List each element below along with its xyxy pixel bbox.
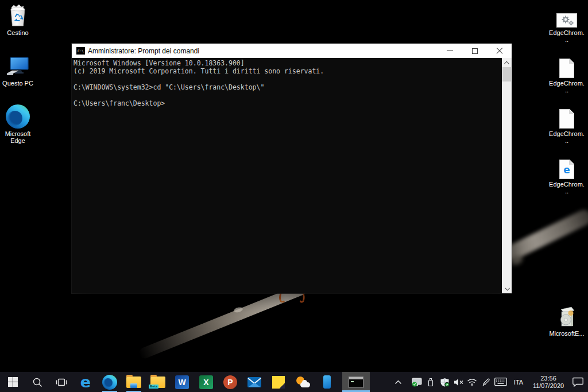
taskbar: e Beta W X P <box>0 372 588 392</box>
desktop-icon-label: Questo PC <box>0 80 36 87</box>
taskbar-your-phone[interactable] <box>315 372 339 392</box>
tray-time: 23:56 <box>528 375 568 382</box>
desktop-icon-microsoft-edge[interactable]: Microsoft Edge <box>0 103 36 144</box>
document-icon <box>549 103 585 129</box>
show-hidden-icons-button[interactable] <box>390 372 405 392</box>
edge-letter: e <box>560 164 574 176</box>
taskbar-beta-folder[interactable]: Beta <box>146 372 170 392</box>
desktop-icon-label: Cestino <box>0 29 36 36</box>
folder-icon: Beta <box>150 377 165 388</box>
task-view-button[interactable] <box>49 372 74 392</box>
console-line: C:\WINDOWS\system32>cd "C:\Users\franc\D… <box>74 83 500 91</box>
desktop: Cestino Questo PC Microsoft Edge <box>0 0 588 392</box>
console-line <box>74 75 500 83</box>
tray-windows-ink[interactable] <box>479 372 493 392</box>
installer-package-icon <box>549 303 585 328</box>
desktop-icon-label: MicrosoftE... <box>549 330 585 337</box>
windows-logo-icon <box>8 377 18 387</box>
taskbar-word[interactable]: W <box>170 372 194 392</box>
chevron-down-icon <box>505 286 509 290</box>
edge-html-file-icon: e <box>549 154 585 179</box>
desktop-icon-edgechrom-doc2[interactable]: EdgeChrom... <box>549 103 585 144</box>
settings-file-icon <box>549 2 585 28</box>
tray-windows-security[interactable] <box>438 372 451 392</box>
tray-language-indicator[interactable]: ITA <box>509 379 528 386</box>
recycle-bin-icon <box>0 2 36 28</box>
start-button[interactable] <box>0 372 25 392</box>
command-prompt-icon <box>349 377 363 388</box>
tray-clock[interactable]: 23:56 11/07/2020 <box>528 374 568 390</box>
monitor-check-icon <box>412 378 423 387</box>
edge-icon <box>102 375 117 390</box>
taskbar-powerpoint[interactable]: P <box>218 372 242 392</box>
cmd-titlebar[interactable]: C:\ Amministratore: Prompt dei comandi <box>72 44 512 58</box>
close-icon <box>496 48 503 55</box>
minimize-icon <box>447 51 453 51</box>
tray-safely-remove-hardware[interactable] <box>424 372 438 392</box>
desktop-icon-microsofte-installer[interactable]: MicrosoftE... <box>549 303 585 337</box>
desktop-icon-edgechrom-doc1[interactable]: EdgeChrom... <box>549 53 585 94</box>
scroll-down-button[interactable] <box>502 284 512 293</box>
desktop-icon-label: EdgeChrom... <box>549 80 585 94</box>
tray-volume-muted[interactable] <box>451 372 465 392</box>
search-icon <box>32 377 42 387</box>
sticky-notes-icon <box>272 376 285 389</box>
task-view-icon <box>56 378 67 387</box>
taskbar-mail[interactable] <box>242 372 266 392</box>
taskbar-sticky-notes[interactable] <box>266 372 291 392</box>
edge-logo-icon <box>0 103 36 129</box>
keyboard-icon <box>494 378 507 386</box>
word-icon: W <box>175 375 189 389</box>
search-button[interactable] <box>25 372 49 392</box>
maximize-button[interactable] <box>462 44 487 58</box>
mail-icon <box>247 377 261 387</box>
cmd-console-output[interactable]: Microsoft Windows [Versione 10.0.18363.9… <box>72 58 512 293</box>
console-line: C:\Users\franc\Desktop> <box>74 99 500 107</box>
desktop-icon-this-pc[interactable]: Questo PC <box>0 53 36 87</box>
close-button[interactable] <box>487 44 512 58</box>
taskbar-file-explorer[interactable] <box>122 372 146 392</box>
taskbar-edge-legacy[interactable]: e <box>74 372 98 392</box>
wallpaper-branch-right <box>502 207 588 263</box>
phone-icon <box>323 375 331 389</box>
tray-wifi[interactable] <box>465 372 479 392</box>
console-line: Microsoft Windows [Versione 10.0.18363.9… <box>74 59 500 67</box>
desktop-icon-label: Microsoft Edge <box>5 130 31 144</box>
file-explorer-icon <box>126 377 141 388</box>
document-icon <box>549 53 585 78</box>
tray-touch-keyboard[interactable] <box>493 372 509 392</box>
window-title: Amministratore: Prompt dei comandi <box>88 47 199 55</box>
this-pc-icon <box>0 53 36 78</box>
desktop-icon-label: EdgeChrom... <box>549 130 585 144</box>
action-center-button[interactable] <box>568 372 588 392</box>
usb-device-icon <box>427 378 434 387</box>
desktop-icon-recycle-bin[interactable]: Cestino <box>0 2 36 36</box>
desktop-icon-edgechrom-settings[interactable]: EdgeChrom... <box>549 2 585 43</box>
console-line <box>74 91 500 99</box>
taskbar-excel[interactable]: X <box>194 372 218 392</box>
excel-icon: X <box>199 375 213 389</box>
vertical-scrollbar[interactable] <box>502 58 512 293</box>
weather-icon <box>295 376 310 389</box>
scrollbar-thumb[interactable] <box>502 67 511 81</box>
pen-icon <box>482 378 490 387</box>
maximize-icon <box>472 48 478 54</box>
shield-check-icon <box>440 378 450 387</box>
taskbar-edge[interactable] <box>98 372 122 392</box>
beta-badge: Beta <box>149 385 158 389</box>
cmd-window: C:\ Amministratore: Prompt dei comandi M… <box>72 44 512 293</box>
console-line: (c) 2019 Microsoft Corporation. Tutti i … <box>74 67 500 75</box>
minimize-button[interactable] <box>438 44 462 58</box>
desktop-icon-label: EdgeChrom... <box>549 181 585 195</box>
speaker-mute-icon <box>453 378 464 386</box>
scroll-up-button[interactable] <box>502 59 512 67</box>
tray-display-status[interactable] <box>410 372 424 392</box>
desktop-icon-edgechrom-html[interactable]: e EdgeChrom... <box>549 154 585 195</box>
action-center-icon <box>572 377 584 387</box>
taskbar-weather[interactable] <box>291 372 315 392</box>
cmd-window-icon: C:\ <box>76 47 85 55</box>
edge-legacy-icon: e <box>80 375 91 390</box>
wifi-icon <box>467 378 477 386</box>
taskbar-command-prompt-active[interactable] <box>342 372 370 392</box>
chevron-up-icon <box>394 380 402 385</box>
